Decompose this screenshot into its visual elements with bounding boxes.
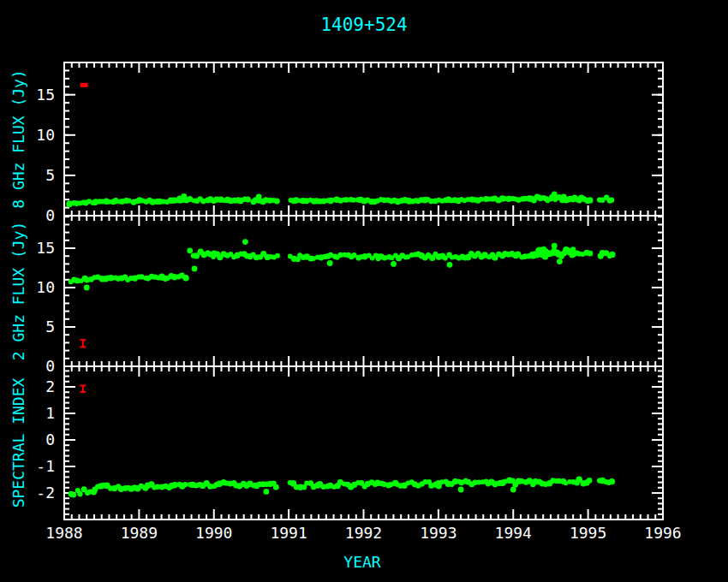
tick-marks <box>64 216 663 366</box>
chart-title: 1409+524 <box>320 15 407 35</box>
x-tick-label: 1996 <box>644 524 681 542</box>
y-tick-label: 10 <box>36 278 55 296</box>
y-tick-label: 0 <box>45 357 55 375</box>
x-tick-label: 1992 <box>345 524 382 542</box>
y-tick-label: -2 <box>36 484 55 502</box>
panel-spectral-index: -2-1012198819891990199119921993199419951… <box>36 366 681 542</box>
y-axis-label-8ghz: 8 GHz FLUX (Jy) <box>9 69 27 209</box>
x-tick-label: 1988 <box>45 524 82 542</box>
panel-8ghz-flux: 051015 <box>36 62 663 224</box>
y-tick-label: -1 <box>36 457 55 475</box>
x-tick-label: 1990 <box>195 524 232 542</box>
y-tick-label: 15 <box>36 86 55 104</box>
y-tick-label: 0 <box>45 431 55 448</box>
x-tick-label: 1995 <box>570 524 606 542</box>
panel-frame <box>64 62 663 216</box>
x-tick-label: 1994 <box>495 524 532 542</box>
y-tick-label: 0 <box>45 206 55 224</box>
x-tick-label: 1991 <box>270 524 307 542</box>
panel-frame <box>64 366 663 520</box>
data-points <box>69 239 616 290</box>
y-axis-label-2ghz: 2 GHz FLUX (Jy) <box>9 222 27 361</box>
chart-canvas: 1409+524 8 GHz FLUX (Jy) 2 GHz FLUX (Jy)… <box>0 0 728 582</box>
data-points <box>68 477 615 498</box>
tick-marks <box>64 366 663 520</box>
reference-marker <box>81 83 88 87</box>
x-tick-label: 1993 <box>420 524 456 542</box>
reference-marker <box>80 340 86 347</box>
panel-2ghz-flux: 051015 <box>36 216 663 375</box>
data-points <box>66 192 614 208</box>
y-tick-label: 5 <box>45 318 55 336</box>
y-tick-label: 1 <box>45 404 55 422</box>
y-tick-label: 5 <box>45 166 55 184</box>
panel-frame <box>64 216 663 366</box>
reference-marker <box>80 385 86 391</box>
y-tick-label: 15 <box>36 239 55 257</box>
tick-marks <box>64 62 663 216</box>
y-tick-label: 2 <box>45 377 55 395</box>
y-axis-label-spectral-index: SPECTRAL INDEX <box>9 377 27 508</box>
light-curve-figure: 1409+524 8 GHz FLUX (Jy) 2 GHz FLUX (Jy)… <box>0 0 728 582</box>
plot-area: 051015051015-2-1012198819891990199119921… <box>36 62 681 542</box>
x-axis-label: YEAR <box>343 553 381 571</box>
x-tick-label: 1989 <box>121 524 158 542</box>
y-tick-label: 10 <box>36 126 55 144</box>
